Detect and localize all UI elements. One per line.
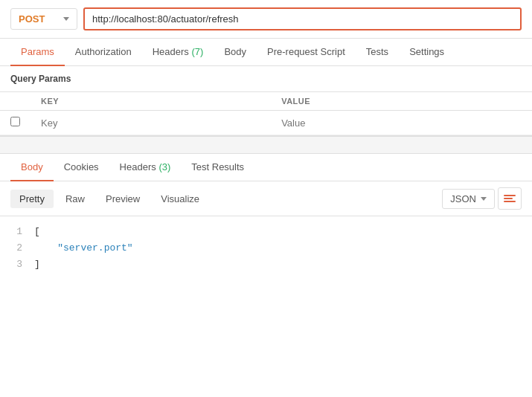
checkbox-header [0, 92, 31, 111]
json-content-1: [ [34, 224, 40, 240]
line-num-1: 1 [10, 224, 22, 240]
preview-btn[interactable]: Preview [97, 190, 149, 208]
format-chevron-icon [481, 197, 487, 201]
params-table-wrapper: KEY VALUE [0, 92, 532, 136]
params-table: KEY VALUE [0, 92, 532, 135]
response-tabs: Body Cookies Headers (3) Test Results [0, 154, 532, 181]
value-cell [271, 111, 532, 135]
value-header: VALUE [271, 92, 532, 111]
tab-authorization[interactable]: Authorization [65, 39, 142, 66]
wrap-icon [504, 195, 516, 202]
line-num-2: 2 [10, 240, 22, 256]
query-params-header: Query Params [0, 66, 532, 92]
visualize-btn[interactable]: Visualize [152, 190, 208, 208]
value-input[interactable] [281, 117, 522, 129]
pretty-btn[interactable]: Pretty [10, 190, 54, 208]
json-line-3: 3 ] [10, 256, 522, 273]
row-checkbox-cell [0, 111, 31, 135]
json-content-3: ] [34, 256, 40, 273]
response-headers-count: (3) [158, 161, 170, 172]
tab-settings[interactable]: Settings [399, 39, 455, 66]
json-line-1: 1 [ [10, 224, 522, 240]
json-content-2: "server.port" [34, 240, 133, 256]
table-row [0, 111, 532, 135]
chevron-down-icon [63, 17, 69, 21]
url-input-wrapper [83, 7, 522, 30]
row-checkbox[interactable] [10, 117, 20, 126]
json-line-2: 2 "server.port" [10, 240, 522, 256]
response-tab-test-results[interactable]: Test Results [181, 154, 254, 181]
key-cell [31, 111, 271, 135]
format-select-label: JSON [450, 193, 476, 204]
format-bar: Pretty Raw Preview Visualize JSON [0, 181, 532, 216]
request-tabs: Params Authorization Headers (7) Body Pr… [0, 39, 532, 66]
tab-body[interactable]: Body [214, 39, 257, 66]
raw-btn[interactable]: Raw [57, 190, 94, 208]
key-header: KEY [31, 92, 271, 111]
json-response-body: 1 [ 2 "server.port" 3 ] [0, 216, 532, 280]
wrap-button[interactable] [498, 187, 522, 210]
response-tab-cookies[interactable]: Cookies [54, 154, 109, 181]
headers-count: (7) [191, 46, 203, 57]
top-bar: POST [0, 0, 532, 39]
tab-tests[interactable]: Tests [356, 39, 399, 66]
response-tab-headers[interactable]: Headers (3) [109, 154, 182, 181]
tab-prerequest[interactable]: Pre-request Script [257, 39, 356, 66]
section-divider [0, 136, 532, 154]
format-select[interactable]: JSON [442, 189, 495, 209]
tab-params[interactable]: Params [10, 39, 65, 66]
tab-headers[interactable]: Headers (7) [142, 39, 214, 66]
response-tab-body[interactable]: Body [10, 154, 54, 181]
method-label: POST [19, 13, 45, 25]
key-input[interactable] [41, 117, 260, 129]
line-num-3: 3 [10, 256, 22, 273]
method-dropdown[interactable]: POST [10, 8, 77, 30]
json-string-2: "server.port" [57, 242, 132, 254]
url-input[interactable] [92, 13, 513, 25]
